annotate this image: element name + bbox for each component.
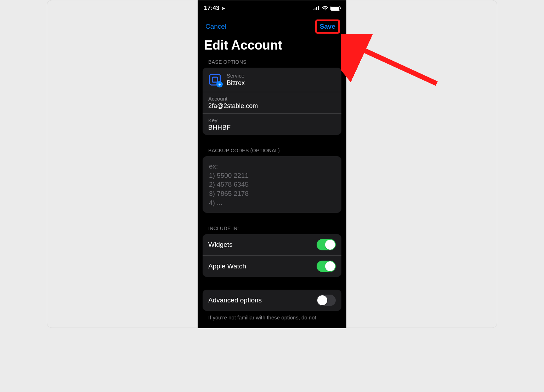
advanced-options-row: Advanced options [203,290,341,311]
widgets-label: Widgets [208,241,233,249]
battery-icon [330,6,340,11]
svg-rect-0 [313,9,314,10]
save-button[interactable]: Save [318,22,337,31]
widgets-row: Widgets [203,234,341,256]
page-title: Edit Account [198,35,346,59]
status-bar: 17:43 ➤ [198,0,346,16]
location-icon: ➤ [221,6,225,11]
service-field-label: Service [227,73,245,79]
advanced-options-label: Advanced options [208,296,262,304]
backup-codes-input[interactable]: ex: 1) 5500 2211 2) 4578 6345 3) 7865 21… [203,156,341,213]
svg-rect-1 [314,8,316,10]
svg-rect-3 [318,6,319,10]
save-highlight-box: Save [315,19,340,34]
key-field-label: Key [208,117,336,123]
apple-watch-row: Apple Watch [203,256,341,277]
advanced-options-toggle[interactable] [317,295,336,306]
nav-bar: Cancel Save [198,16,346,35]
account-field-value: 2fa@2stable.com [208,102,336,110]
cancel-button[interactable]: Cancel [204,22,228,31]
section-backup-codes-label: BACKUP CODES (OPTIONAL) [198,148,346,156]
svg-rect-5 [212,77,217,82]
section-include-in-label: INCLUDE IN: [198,226,346,234]
key-field-value: BHHBF [208,124,336,131]
service-row[interactable]: ＋ Service Bittrex [203,68,341,92]
svg-line-7 [352,45,437,84]
include-in-card: Widgets Apple Watch [203,234,341,277]
advanced-options-note: If you're not familiar with these option… [198,311,346,320]
widgets-toggle[interactable] [317,239,336,250]
apple-watch-toggle[interactable] [317,261,336,272]
screenshot-canvas: 17:43 ➤ [47,0,497,328]
key-row[interactable]: Key BHHBF [203,114,341,135]
status-time: 17:43 [204,5,219,12]
service-field-value: Bittrex [227,79,245,87]
svg-rect-2 [316,7,317,10]
annotation-arrow-icon [341,34,444,91]
account-field-label: Account [208,96,336,102]
phone-frame: 17:43 ➤ [198,0,346,328]
advanced-card: Advanced options [203,290,341,311]
service-icon: ＋ [208,73,222,86]
apple-watch-label: Apple Watch [208,262,246,270]
cellular-signal-icon [313,6,320,10]
base-options-card: ＋ Service Bittrex Account 2fa@2stable.co… [203,68,341,135]
account-row[interactable]: Account 2fa@2stable.com [203,92,341,114]
wifi-icon [322,6,328,11]
section-base-options-label: BASE OPTIONS [198,59,346,68]
add-service-badge-icon: ＋ [216,81,223,87]
